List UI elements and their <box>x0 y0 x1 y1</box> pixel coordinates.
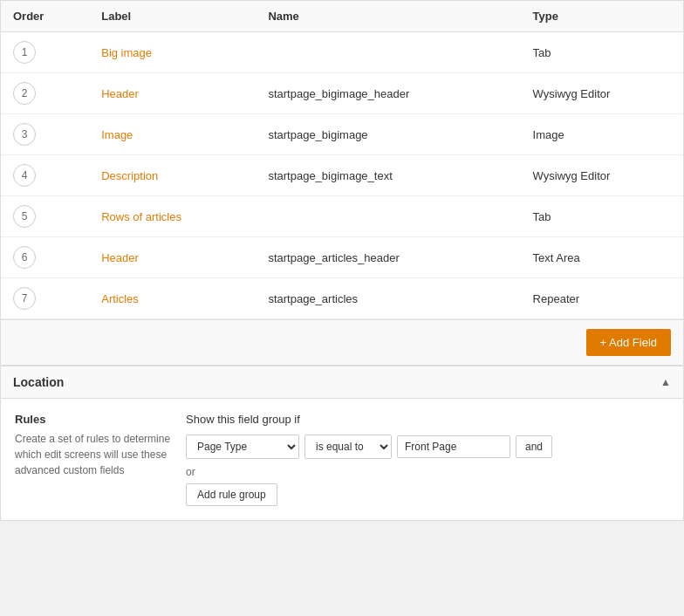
cell-label: Header <box>89 73 256 114</box>
cell-name: startpage_bigimage <box>256 114 520 155</box>
label-link[interactable]: Header <box>101 251 139 264</box>
cell-name: startpage_articles_header <box>256 237 520 278</box>
rule-row: Page Type is equal to and <box>186 435 669 459</box>
table-row: 6Headerstartpage_articles_headerText Are… <box>1 237 683 278</box>
order-circle: 5 <box>13 205 36 228</box>
location-header: Location ▲ <box>1 366 683 399</box>
location-body: Rules Create a set of rules to determine… <box>1 399 683 520</box>
label-link[interactable]: Articles <box>101 292 139 305</box>
rule-field-select[interactable]: Page Type <box>186 435 299 459</box>
cell-order: 4 <box>1 155 89 196</box>
table-row: 3Imagestartpage_bigimageImage <box>1 114 683 155</box>
cell-type: Wysiwyg Editor <box>521 73 683 114</box>
order-circle: 6 <box>13 246 36 269</box>
add-rule-group-button[interactable]: Add rule group <box>186 483 277 506</box>
col-type: Type <box>521 1 683 32</box>
cell-type: Repeater <box>521 278 683 319</box>
rules-config: Show this field group if Page Type is eq… <box>186 413 669 506</box>
order-circle: 3 <box>13 123 36 146</box>
table-row: 1Big imageTab <box>1 32 683 73</box>
cell-type: Image <box>521 114 683 155</box>
label-link[interactable]: Rows of articles <box>101 210 181 223</box>
cell-order: 5 <box>1 196 89 237</box>
cell-label: Header <box>89 237 256 278</box>
table-header-row: Order Label Name Type <box>1 1 683 32</box>
collapse-icon[interactable]: ▲ <box>660 376 671 388</box>
fields-table: Order Label Name Type 1Big imageTab2Head… <box>1 1 683 319</box>
col-label: Label <box>89 1 256 32</box>
show-if-label: Show this field group if <box>186 413 669 426</box>
cell-name: startpage_bigimage_text <box>256 155 520 196</box>
cell-type: Text Area <box>521 237 683 278</box>
cell-type: Tab <box>521 196 683 237</box>
rule-value-input[interactable] <box>397 435 510 458</box>
cell-name <box>256 196 520 237</box>
rule-operator-select[interactable]: is equal to <box>304 435 392 459</box>
cell-type: Tab <box>521 32 683 73</box>
table-row: 5Rows of articlesTab <box>1 196 683 237</box>
label-link[interactable]: Header <box>101 87 139 100</box>
rules-title: Rules <box>15 413 172 426</box>
add-field-bar: + Add Field <box>1 319 683 365</box>
cell-label: Big image <box>89 32 256 73</box>
col-order: Order <box>1 1 89 32</box>
cell-label: Rows of articles <box>89 196 256 237</box>
cell-order: 7 <box>1 278 89 319</box>
cell-order: 1 <box>1 32 89 73</box>
or-label: or <box>186 466 669 478</box>
cell-label: Articles <box>89 278 256 319</box>
and-button[interactable]: and <box>516 435 552 458</box>
table-row: 2Headerstartpage_bigimage_headerWysiwyg … <box>1 73 683 114</box>
cell-order: 3 <box>1 114 89 155</box>
order-circle: 2 <box>13 82 36 105</box>
rules-panel: Rules Create a set of rules to determine… <box>15 413 172 506</box>
cell-name: startpage_articles <box>256 278 520 319</box>
order-circle: 7 <box>13 287 36 310</box>
location-section: Location ▲ Rules Create a set of rules t… <box>1 365 683 520</box>
label-link[interactable]: Big image <box>101 46 152 59</box>
table-row: 4Descriptionstartpage_bigimage_textWysiw… <box>1 155 683 196</box>
cell-order: 2 <box>1 73 89 114</box>
order-circle: 1 <box>13 41 36 64</box>
cell-label: Description <box>89 155 256 196</box>
label-link[interactable]: Image <box>101 128 133 141</box>
order-circle: 4 <box>13 164 36 187</box>
cell-name <box>256 32 520 73</box>
location-title: Location <box>13 375 64 389</box>
main-container: Order Label Name Type 1Big imageTab2Head… <box>0 0 684 521</box>
cell-type: Wysiwyg Editor <box>521 155 683 196</box>
table-row: 7Articlesstartpage_articlesRepeater <box>1 278 683 319</box>
label-link[interactable]: Description <box>101 169 158 182</box>
cell-order: 6 <box>1 237 89 278</box>
col-name: Name <box>256 1 520 32</box>
add-field-button[interactable]: + Add Field <box>586 329 671 356</box>
rules-description: Create a set of rules to determine which… <box>15 431 172 478</box>
cell-name: startpage_bigimage_header <box>256 73 520 114</box>
cell-label: Image <box>89 114 256 155</box>
